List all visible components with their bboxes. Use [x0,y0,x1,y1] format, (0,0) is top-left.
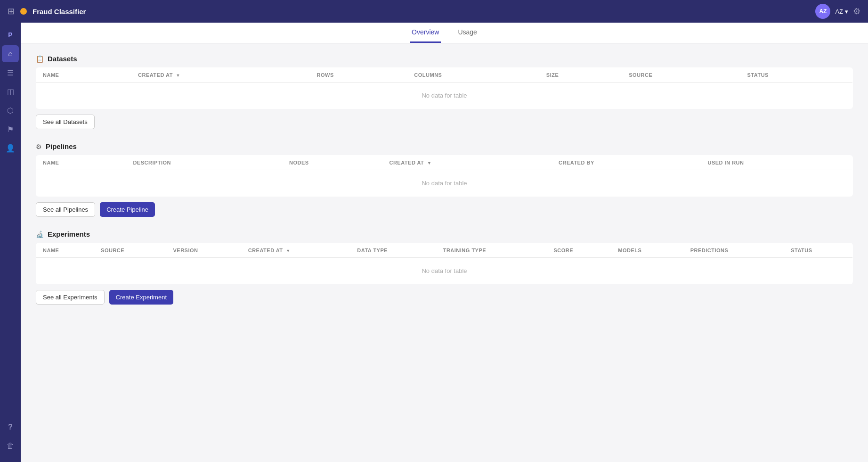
pipelines-col-created-at[interactable]: CREATED AT ▼ [382,156,552,170]
main-layout: P ⌂ ☰ ◫ ⬡ ⚑ 👤 ? 🗑 Overview Usage 📋 Datas… [0,23,868,462]
pipelines-col-description: DESCRIPTION [126,156,283,170]
sidebar-item-logo[interactable]: P [2,26,19,43]
user-label: AZ [835,8,843,15]
datasets-header: 📋 Datasets [36,55,853,63]
sidebar-item-data[interactable]: ◫ [2,83,19,100]
topbar-right: AZ AZ ▾ ⚙ [815,4,860,19]
tab-usage[interactable]: Usage [456,23,479,43]
experiments-section: 🔬 Experiments NAME SOURCE VERSION CREATE… [36,230,853,305]
datasets-section: 📋 Datasets NAME CREATED AT ▼ ROWS COLUMN… [36,55,853,129]
see-all-datasets-button[interactable]: See all Datasets [36,115,95,129]
datasets-icon: 📋 [36,55,44,63]
experiments-header: 🔬 Experiments [36,230,853,238]
datasets-col-status: STATUS [741,68,853,82]
content-area: Overview Usage 📋 Datasets NAME CREATED A… [21,23,868,462]
sidebar-item-user[interactable]: 👤 [2,140,19,157]
experiments-table-header-row: NAME SOURCE VERSION CREATED AT ▼ DATA TY… [36,243,853,258]
experiments-col-source: SOURCE [94,243,166,258]
sidebar: P ⌂ ☰ ◫ ⬡ ⚑ 👤 ? 🗑 [0,23,21,462]
sidebar-bottom: ? 🗑 [2,419,19,458]
experiments-no-data-row: No data for table [36,258,853,284]
experiments-col-version: VERSION [167,243,242,258]
experiments-btn-group: See all Experiments Create Experiment [36,290,853,305]
sidebar-item-home[interactable]: ⌂ [2,45,19,62]
experiments-title: Experiments [48,230,90,238]
datasets-col-source: SOURCE [622,68,740,82]
sidebar-item-network[interactable]: ⬡ [2,102,19,119]
datasets-col-name: NAME [36,68,132,82]
experiments-col-data-type: DATA TYPE [350,243,436,258]
pipelines-table-header-row: NAME DESCRIPTION NODES CREATED AT ▼ CREA… [36,156,853,170]
project-title: Fraud Classifier [32,8,86,16]
experiments-no-data-cell: No data for table [36,258,853,284]
datasets-col-columns: COLUMNS [407,68,540,82]
topbar: ⊞ Fraud Classifier AZ AZ ▾ ⚙ [0,0,868,23]
experiments-col-predictions: PREDICTIONS [684,243,785,258]
experiments-col-models: MODELS [611,243,683,258]
pipelines-col-nodes: NODES [283,156,382,170]
sidebar-item-docs[interactable]: ☰ [2,64,19,81]
sort-arrow-icon: ▼ [427,161,431,165]
pipelines-col-name: NAME [36,156,127,170]
datasets-col-rows: ROWS [310,68,408,82]
pipelines-no-data-row: No data for table [36,170,853,197]
pipelines-col-used-in-run: USED IN RUN [701,156,852,170]
sort-arrow-icon: ▼ [286,248,290,253]
sort-arrow-icon: ▼ [176,73,180,78]
chevron-down-icon: ▾ [845,8,848,15]
create-pipeline-button[interactable]: Create Pipeline [100,202,155,217]
sidebar-item-help[interactable]: ? [2,419,19,436]
datasets-btn-group: See all Datasets [36,115,853,129]
experiments-col-status: STATUS [784,243,852,258]
pipelines-icon: ⚙ [36,143,42,150]
sidebar-item-trash[interactable]: 🗑 [2,437,19,454]
tabs-bar: Overview Usage [21,23,868,43]
see-all-pipelines-button[interactable]: See all Pipelines [36,202,95,217]
pipelines-section: ⚙ Pipelines NAME DESCRIPTION NODES CREAT… [36,142,853,217]
datasets-no-data-cell: No data for table [36,82,853,109]
pipelines-col-created-by: CREATED BY [552,156,701,170]
pipelines-title: Pipelines [46,142,77,150]
project-status-dot [20,8,27,15]
experiments-col-training-type: TRAINING TYPE [437,243,547,258]
gear-icon[interactable]: ⚙ [853,6,860,16]
sidebar-item-flag[interactable]: ⚑ [2,121,19,138]
pipelines-no-data-cell: No data for table [36,170,853,197]
datasets-col-created-at[interactable]: CREATED AT ▼ [131,68,310,82]
see-all-experiments-button[interactable]: See all Experiments [36,290,105,305]
avatar: AZ [815,4,830,19]
tab-overview[interactable]: Overview [410,23,441,43]
create-experiment-button[interactable]: Create Experiment [109,290,173,305]
experiments-icon: 🔬 [36,231,44,238]
datasets-title: Datasets [48,55,77,63]
topbar-left: ⊞ Fraud Classifier [8,6,86,16]
user-dropdown[interactable]: AZ ▾ [835,8,848,15]
datasets-col-size: SIZE [540,68,622,82]
experiments-table: NAME SOURCE VERSION CREATED AT ▼ DATA TY… [36,243,853,284]
experiments-col-created-at[interactable]: CREATED AT ▼ [242,243,351,258]
datasets-no-data-row: No data for table [36,82,853,109]
pipelines-table: NAME DESCRIPTION NODES CREATED AT ▼ CREA… [36,155,853,197]
page-content: 📋 Datasets NAME CREATED AT ▼ ROWS COLUMN… [21,43,868,462]
experiments-col-name: NAME [36,243,95,258]
datasets-table: NAME CREATED AT ▼ ROWS COLUMNS SIZE SOUR… [36,67,853,109]
pipelines-header: ⚙ Pipelines [36,142,853,150]
experiments-col-score: SCORE [547,243,611,258]
pipelines-btn-group: See all Pipelines Create Pipeline [36,202,853,217]
datasets-table-header-row: NAME CREATED AT ▼ ROWS COLUMNS SIZE SOUR… [36,68,853,82]
grid-icon[interactable]: ⊞ [8,6,15,16]
